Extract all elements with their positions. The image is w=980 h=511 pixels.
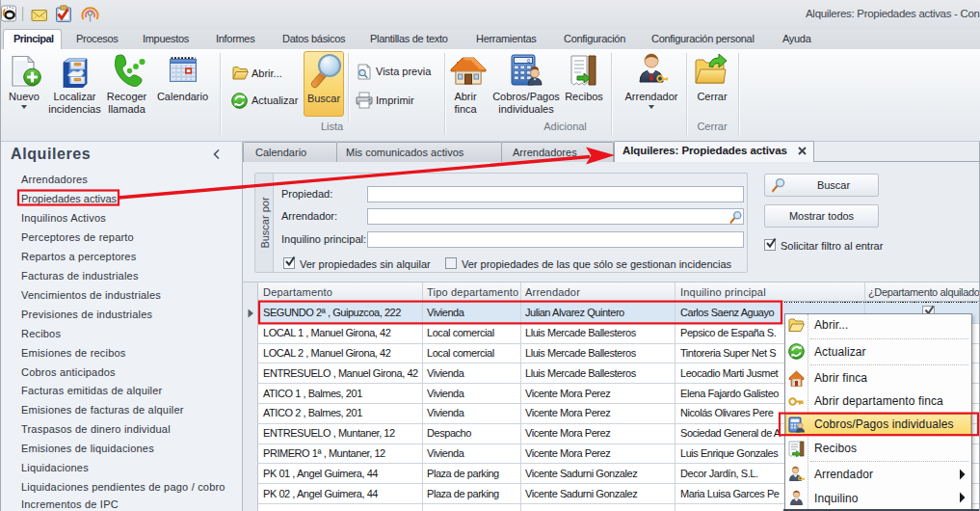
svg-text:0: 0 [527,58,530,64]
